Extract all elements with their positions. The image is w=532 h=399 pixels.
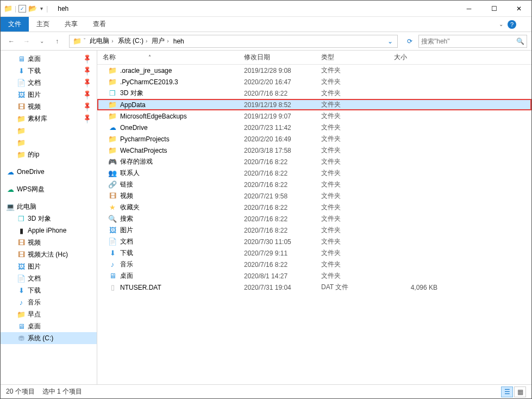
sidebar-thispc-child[interactable]: 🖼图片 [1,260,97,272]
sidebar-quick-item[interactable]: 🖼图片📌 [1,89,97,101]
file-row[interactable]: 🔍搜索 2020/7/16 8:22 文件夹 [97,213,531,225]
file-row[interactable]: 🖥桌面 2020/8/1 14:27 文件夹 [97,270,531,282]
file-name: 链接 [120,180,133,189]
search-box[interactable]: 🔍 [418,35,527,48]
file-row[interactable]: ♪音乐 2020/7/16 8:22 文件夹 [97,259,531,270]
close-button[interactable]: ✕ [506,1,531,17]
file-row[interactable]: 📁AppData 2019/12/19 8:52 文件夹 [97,99,531,110]
file-name: 视频 [120,191,133,201]
refresh-button[interactable]: ⟳ [403,35,416,48]
sidebar-quick-item[interactable]: 🖥桌面📌 [1,53,97,65]
sidebar-quick-item[interactable]: ⬇下载📌 [1,65,97,77]
file-type: 文件夹 [316,214,389,223]
nav-up-button[interactable]: ↑ [51,35,64,48]
search-icon[interactable]: 🔍 [516,38,524,45]
tab-home[interactable]: 主页 [29,17,57,32]
sidebar-quick-item[interactable]: 📁 [1,136,97,148]
vid-icon: 🎞 [17,102,26,111]
file-row[interactable]: 📁PycharmProjects 2020/2/20 16:49 文件夹 [97,133,531,145]
doc-icon: 📄 [17,274,26,283]
chevron-right-icon[interactable]: › [146,38,147,44]
nav-back-button[interactable]: ← [5,35,18,48]
file-row[interactable]: 👥联系人 2020/7/16 8:22 文件夹 [97,167,531,179]
nav-forward-button[interactable]: → [20,35,33,48]
properties-checkbox-icon[interactable]: ✓ [18,5,26,13]
file-row[interactable]: 📁.oracle_jre_usage 2019/12/28 9:08 文件夹 [97,65,531,76]
music-icon: ♪ [17,298,26,307]
sidebar-thispc-child[interactable]: 🖥桌面 [1,320,97,332]
file-row[interactable]: ★收藏夹 2020/7/16 8:22 文件夹 [97,202,531,213]
navigation-pane[interactable]: 🖥桌面📌⬇下载📌📄文档📌🖼图片📌🎞视频📌📁素材库📌📁📁📁的ip☁OneDrive… [1,51,97,384]
file-row[interactable]: 📁.PyCharmCE2019.3 2020/2/20 16:47 文件夹 [97,76,531,88]
tab-share[interactable]: 共享 [57,17,85,32]
sidebar-wps[interactable]: ☁WPS网盘 [1,183,97,195]
pic-icon: 🖼 [17,262,26,271]
vid-icon: 🎞 [17,250,26,259]
folder-icon: 📁 [17,138,26,147]
file-row[interactable]: 📄文档 2020/7/30 11:05 文件夹 [97,236,531,247]
file-date: 2020/7/16 8:22 [239,204,316,211]
breadcrumb-dropdown-icon[interactable]: ⌄ [384,38,396,45]
tab-view[interactable]: 查看 [85,17,114,32]
desktop-icon: 🖥 [17,54,26,63]
game-icon: 🎮 [108,158,117,166]
title-bar: 📁 | ✓ 📂 ▾ | heh ─ ☐ ✕ [1,1,531,17]
view-thumbnails-button[interactable]: ▦ [514,386,526,397]
sidebar-thispc[interactable]: 💻此电脑 [1,201,97,213]
sidebar-quick-item[interactable]: 🎞视频📌 [1,101,97,113]
sidebar-thispc-child[interactable]: ⬇下载 [1,284,97,296]
address-bar-row: ← → ⌄ ↑ 📁ˇ 此电脑 › 系统 (C:) › 用户 › heh ⌄ ⟳ … [1,32,531,51]
file-list[interactable]: 📁.oracle_jre_usage 2019/12/28 9:08 文件夹 📁… [97,65,531,384]
sidebar-quick-item[interactable]: 📄文档📌 [1,77,97,89]
column-size[interactable]: 大小 [389,53,443,62]
tab-file[interactable]: 文件 [1,17,29,32]
file-row[interactable]: 📁MicrosoftEdgeBackups 2019/12/19 9:07 文件… [97,110,531,122]
sidebar-thispc-child[interactable]: 📄文档 [1,272,97,284]
ribbon-expand-icon[interactable]: ⌄ [499,21,503,27]
chevron-right-icon[interactable]: › [111,38,113,44]
chevron-right-icon[interactable]: › [167,38,168,44]
qat-dropdown-icon[interactable]: ▾ [40,5,43,11]
breadcrumb-thispc[interactable]: 此电脑 [90,36,109,46]
file-row[interactable]: 🔗链接 2020/7/16 8:22 文件夹 [97,179,531,190]
file-row[interactable]: 🖼图片 2020/7/16 8:22 文件夹 [97,225,531,236]
status-bar: 20 个项目 选中 1 个项目 ☰ ▦ [1,384,531,398]
sidebar-thispc-child[interactable]: ⛃系统 (C:) [1,332,97,344]
sidebar-quick-item[interactable]: 📁的ip [1,148,97,160]
file-row[interactable]: 📁WeChatProjects 2020/3/18 17:58 文件夹 [97,145,531,156]
file-row[interactable]: ☁OneDrive 2020/7/23 11:42 文件夹 [97,122,531,133]
sidebar-item-label: 文档 [28,274,41,283]
breadcrumb-drive[interactable]: 系统 (C:) [118,36,143,46]
nav-recent-dropdown[interactable]: ⌄ [35,35,48,48]
chevron-right-icon[interactable]: ˇ [84,38,85,44]
file-row[interactable]: 🎮保存的游戏 2020/7/16 8:22 文件夹 [97,156,531,167]
sidebar-thispc-child[interactable]: 📁早点 [1,308,97,320]
sidebar-onedrive[interactable]: ☁OneDrive [1,166,97,178]
file-row[interactable]: ⬇下载 2020/7/29 9:11 文件夹 [97,247,531,259]
breadcrumb[interactable]: 📁ˇ 此电脑 › 系统 (C:) › 用户 › heh ⌄ [69,35,398,48]
sidebar-thispc-child[interactable]: 🎞视频 [1,236,97,248]
sidebar-quick-item[interactable]: 📁 [1,124,97,136]
search-input[interactable] [421,38,516,45]
column-type[interactable]: 类型 [316,53,389,62]
help-icon[interactable]: ? [508,20,516,29]
sidebar-quick-item[interactable]: 📁素材库📌 [1,113,97,124]
sidebar-thispc-child[interactable]: 🎞视频大法 (Hc) [1,248,97,260]
file-row[interactable]: ▯NTUSER.DAT 2020/7/31 19:04 DAT 文件 4,096… [97,282,531,293]
folder-icon: 📁 [17,150,26,159]
sidebar-thispc-child[interactable]: ❒3D 对象 [1,213,97,225]
sidebar-thispc-child[interactable]: ▮Apple iPhone [1,225,97,236]
maximize-button[interactable]: ☐ [481,1,506,17]
breadcrumb-current[interactable]: heh [173,38,184,45]
file-row[interactable]: ❒3D 对象 2020/7/16 8:22 文件夹 [97,88,531,99]
column-name[interactable]: 名称˄ [97,53,239,62]
file-row[interactable]: 🎞视频 2020/7/21 9:58 文件夹 [97,190,531,202]
sidebar-thispc-child[interactable]: ♪音乐 [1,296,97,308]
file-date: 2020/7/16 8:22 [239,170,316,177]
open-folder-icon[interactable]: 📂 [28,4,37,13]
file-date: 2020/7/16 8:22 [239,90,316,97]
breadcrumb-users[interactable]: 用户 [152,36,165,46]
minimize-button[interactable]: ─ [456,1,481,17]
column-date[interactable]: 修改日期 [239,53,316,62]
view-details-button[interactable]: ☰ [501,386,513,397]
